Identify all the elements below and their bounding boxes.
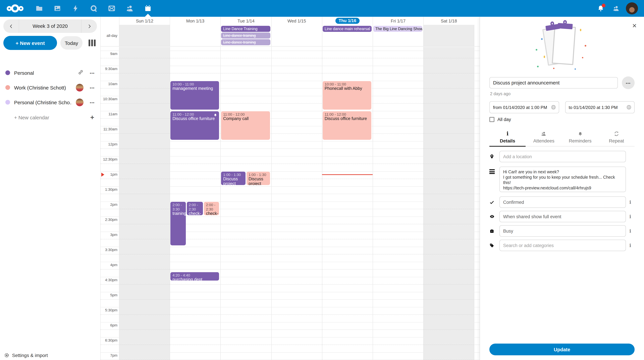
quarter-slot-line [100, 330, 480, 330]
event-time: 10:00 - 11:00 [325, 82, 369, 86]
quarter-slot-line [100, 209, 480, 209]
mail-app-icon[interactable] [103, 0, 121, 17]
location-input[interactable] [500, 151, 626, 162]
time-axis-label: 9am [100, 52, 118, 56]
day-header-label: Wed 1/15 [288, 18, 306, 23]
files-app-icon[interactable] [30, 0, 48, 17]
talk-app-icon[interactable] [84, 0, 103, 17]
calendar-item-personal-christine[interactable]: Personal (Christine Scho... [3, 95, 97, 110]
calendar-event[interactable]: 1:00 - 1:30Discuss project announcement [221, 171, 246, 185]
calendar-event[interactable]: 2:00 - 2:30check-in [204, 201, 220, 216]
start-datetime-picker[interactable]: from 01/14/2020 at 1:00 PM [489, 101, 559, 113]
visibility-select[interactable]: When shared show full event [500, 211, 626, 222]
day-header[interactable]: Mon 1/13 [170, 17, 220, 25]
today-button[interactable]: Today [60, 36, 82, 50]
calendar-event[interactable]: 2:00 - 3:30training [170, 201, 186, 246]
calendar-event[interactable]: 4:20 - 4:40purchasing dept [170, 272, 219, 281]
allday-event[interactable]: Line dance training [221, 32, 270, 38]
calendar-color-dot [5, 85, 10, 90]
next-week-button[interactable] [82, 19, 97, 33]
calendar-event[interactable]: 11:00 - 12:00Company call [221, 111, 270, 140]
allday-event[interactable]: The Big Line Dancing Show [373, 26, 422, 32]
quarter-slot-line [100, 179, 480, 179]
update-button[interactable]: Update [489, 344, 634, 355]
more-actions-icon[interactable] [88, 84, 97, 90]
day-header[interactable]: Sun 1/12 [119, 17, 170, 25]
day-header[interactable]: Thu 1/16 [322, 17, 373, 25]
calendar-app-icon[interactable] [139, 0, 157, 17]
close-icon[interactable] [632, 22, 636, 29]
settings-import-button[interactable]: Settings & import [4, 353, 48, 358]
event-time: 2:00 - 2:30 [206, 203, 217, 212]
calendar-item-personal[interactable]: Personal [3, 65, 97, 80]
calendar-event[interactable]: 11:00 - 12:00Discuss office furniture [322, 111, 372, 140]
time-axis-label: 2:30pm [100, 218, 118, 222]
allday-event[interactable]: Line dance training [221, 39, 270, 45]
new-calendar-label: + New calendar [14, 114, 88, 120]
event-time: 4:20 - 4:40 [172, 273, 217, 278]
event-more-menu-button[interactable] [622, 76, 634, 89]
quarter-slot-line [100, 194, 480, 194]
status-select[interactable]: Confirmed [500, 196, 626, 208]
user-avatar[interactable] [626, 2, 638, 14]
more-actions-icon[interactable] [88, 99, 97, 105]
status-info-icon[interactable] [626, 199, 634, 205]
description-textarea[interactable]: Hi Carl! are you in next week? I got som… [500, 167, 626, 192]
freebusy-info-icon[interactable] [626, 228, 634, 234]
slot-line [100, 156, 480, 157]
slot-line [100, 96, 480, 96]
notifications-bell-icon[interactable] [595, 3, 606, 14]
calendar-event[interactable]: 11:00 - 12:00Discuss office furniture [170, 111, 219, 140]
nextcloud-logo-icon[interactable] [0, 4, 30, 12]
day-header[interactable]: Tue 1/14 [220, 17, 271, 25]
event-title: purchasing dept [172, 278, 217, 281]
more-actions-icon[interactable] [88, 70, 97, 76]
quarter-slot-line [100, 254, 480, 254]
freebusy-select[interactable]: Busy [500, 225, 626, 237]
categories-input[interactable]: Search or add categories [500, 240, 626, 251]
slot-line [100, 186, 480, 187]
day-header[interactable]: Fri 1/17 [373, 17, 423, 25]
time-axis-label: 3:30pm [100, 248, 118, 252]
photos-app-icon[interactable] [48, 0, 66, 17]
tab-details[interactable]: Details [489, 129, 526, 146]
calendar-event[interactable]: 10:00 - 11:00Phonecall with Abby [322, 81, 372, 110]
allday-toggle[interactable]: All day [489, 117, 634, 122]
event-title-input[interactable] [489, 77, 618, 88]
quarter-slot-line [100, 224, 480, 224]
event-title: check-in [189, 212, 201, 216]
shared-by-avatar [76, 98, 84, 106]
calendar-event[interactable]: 1:00 - 1:30Discuss project [246, 171, 270, 185]
week-label[interactable]: Week 3 of 2020 [19, 19, 82, 33]
allday-event[interactable]: Line Dance Training [221, 26, 270, 32]
event-illustration [534, 22, 590, 70]
contacts-app-icon[interactable] [121, 0, 139, 17]
contacts-menu-icon[interactable] [610, 3, 622, 14]
new-event-button[interactable]: + New event [3, 36, 57, 50]
day-header[interactable]: Sat 1/18 [423, 17, 474, 25]
allday-checkbox[interactable] [489, 117, 494, 122]
tab-attendees[interactable]: Attendees [526, 129, 562, 146]
quarter-slot-line [100, 284, 480, 285]
calendar-event[interactable]: 2:00 - 2:30check-in [186, 201, 203, 216]
slot-line [100, 217, 480, 217]
activity-app-icon[interactable] [66, 0, 84, 17]
tab-repeat[interactable]: Repeat [598, 129, 635, 146]
quarter-slot-line [100, 269, 480, 270]
event-time: 1:00 - 1:30 [248, 173, 268, 177]
nextcloud-calendar-app: Week 3 of 2020 + New event Today Persona… [0, 0, 644, 360]
column-divider [220, 47, 221, 360]
day-header[interactable]: Wed 1/15 [271, 17, 322, 25]
tab-reminders[interactable]: Reminders [562, 129, 598, 146]
categories-info-icon[interactable] [626, 242, 634, 248]
calendar-item-work-christine[interactable]: Work (Christine Schott) [3, 80, 97, 95]
allday-event[interactable]: Line dance main rehearsal [323, 26, 372, 32]
share-link-icon[interactable] [78, 69, 84, 76]
previous-week-button[interactable] [3, 19, 19, 33]
visibility-info-icon[interactable] [626, 214, 634, 220]
end-datetime-picker[interactable]: to 01/14/2020 at 1:30 PM [565, 101, 634, 113]
new-calendar-button[interactable]: + New calendar + [3, 110, 97, 124]
week-view-icon[interactable] [88, 39, 96, 46]
event-time: 2:00 - 2:30 [189, 203, 201, 212]
calendar-event[interactable]: 10:00 - 11:00management meeting [170, 81, 219, 110]
